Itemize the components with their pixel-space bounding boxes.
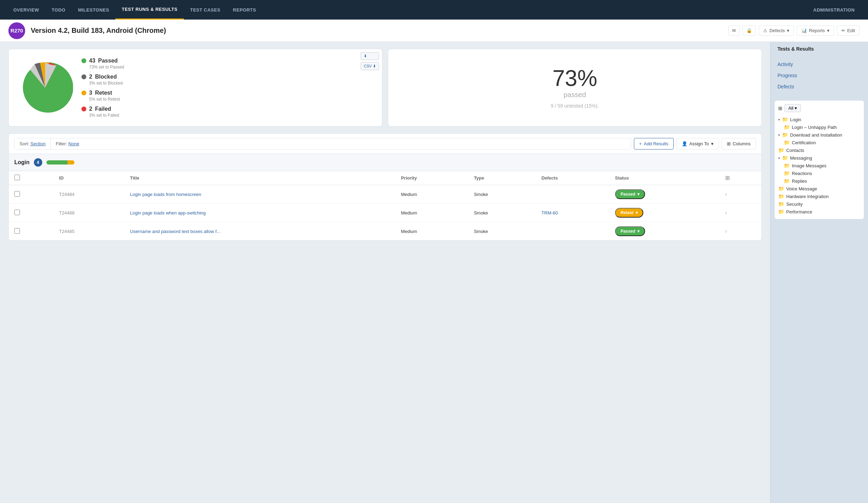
nav-reports[interactable]: REPORTS	[227, 0, 262, 20]
row-checkbox-cell	[9, 204, 53, 222]
row-expand[interactable]: ›	[719, 185, 761, 204]
col-type: Type	[468, 171, 536, 185]
tree-item-download[interactable]: ▾ 📁 Download and Installation	[778, 131, 860, 139]
tree-item-image-messages[interactable]: 📁 Image Messages	[778, 162, 860, 169]
tree-container: ▾ 📁 Login 📁 Login – Unhappy Path ▾ 📁 Dow…	[778, 116, 860, 216]
tree-item-performance[interactable]: 📁 Performance	[778, 208, 860, 216]
tree-item-replies[interactable]: 📁 Replies	[778, 177, 860, 185]
add-icon: +	[639, 141, 642, 146]
tree-item-label: Security	[786, 202, 803, 207]
status-badge[interactable]: Retest ▾	[615, 208, 643, 218]
tree-item-label: Login	[790, 117, 801, 122]
sidebar-nav-defects[interactable]: Defects	[771, 81, 868, 92]
sub-header-actions: ✉ 🔒 ⚠ Defects ▾ 📊 Reports ▾ ✏ Edit	[728, 25, 860, 36]
progress-yellow	[67, 160, 74, 165]
table-row: T24484 Login page loads from homescreen …	[9, 185, 761, 204]
row-type: Smoke	[468, 204, 536, 222]
row-defects	[536, 222, 609, 241]
tree-item-label: Login – Unhappy Path	[792, 125, 837, 130]
blocked-pct: 3% set to Blocked	[81, 81, 374, 86]
row-checkbox[interactable]	[14, 228, 20, 234]
percent-label: passed	[564, 91, 586, 99]
tree-item-login[interactable]: ▾ 📁 Login	[778, 116, 860, 123]
tree-item-voice-message[interactable]: 📁 Voice Message	[778, 185, 860, 192]
filter-value[interactable]: None	[68, 141, 79, 146]
sidebar-nav-progress[interactable]: Progress	[771, 70, 868, 81]
progress-green	[46, 160, 67, 165]
nav-administration[interactable]: ADMINISTRATION	[807, 0, 861, 20]
edit-icon: ✏	[841, 28, 845, 33]
defect-link[interactable]: TRM-60	[541, 210, 558, 216]
tree-item-hardware-integration[interactable]: 📁 Hardware Integration	[778, 192, 860, 200]
nav-milestones[interactable]: MILESTONES	[72, 0, 115, 20]
edit-button[interactable]: ✏ Edit	[837, 25, 860, 36]
section-count-badge: 4	[34, 158, 42, 167]
tree-filter-chevron-icon: ▾	[795, 105, 797, 111]
assign-to-button[interactable]: 👤 Assign To ▾	[677, 138, 719, 150]
row-checkbox[interactable]	[14, 191, 20, 197]
row-checkbox-cell	[9, 185, 53, 204]
folder-icon: 📁	[784, 124, 790, 130]
add-results-button[interactable]: + Add Results	[634, 138, 674, 150]
status-badge[interactable]: Passed ▾	[615, 226, 645, 236]
status-chevron-icon: ▾	[637, 192, 639, 197]
tree-item-label: Performance	[786, 209, 812, 214]
sidebar-nav-activity[interactable]: Activity	[771, 59, 868, 70]
download-button[interactable]: ⬇	[361, 52, 379, 60]
edit-label: Edit	[847, 28, 855, 33]
col-settings[interactable]: ⊞	[719, 171, 761, 185]
defects-label: Defects	[769, 28, 785, 33]
row-checkbox[interactable]	[14, 210, 20, 215]
select-all-checkbox[interactable]	[14, 175, 20, 180]
assign-chevron-icon: ▾	[711, 141, 714, 146]
nav-test-runs[interactable]: TEST RUNS & RESULTS	[115, 0, 184, 20]
content-area: 43 Passed 73% set to Passed 2 Blocked 3%…	[0, 42, 770, 503]
tree-item-reactions[interactable]: 📁 Reactions	[778, 169, 860, 177]
tree-item-contacts[interactable]: 📁 Contacts	[778, 146, 860, 154]
top-nav: OVERVIEW TODO MILESTONES TEST RUNS & RES…	[0, 0, 868, 20]
tree-item-label: Certification	[792, 140, 816, 145]
folder-icon: 📁	[778, 186, 784, 191]
retest-dot	[81, 90, 86, 95]
reports-chevron-icon: ▾	[827, 28, 830, 33]
pie-chart	[17, 60, 73, 116]
columns-button[interactable]: ⊞ Columns	[722, 138, 756, 150]
legend-retest: 3 Retest 5% set to Retest	[81, 90, 374, 102]
failed-dot	[81, 107, 86, 111]
row-title-link[interactable]: Login page loads from homescreen	[130, 192, 201, 197]
row-defects	[536, 185, 609, 204]
nav-test-cases[interactable]: TEST CASES	[184, 0, 227, 20]
nav-overview[interactable]: OVERVIEW	[7, 0, 45, 20]
sidebar-nav: Activity Progress Defects	[771, 53, 868, 98]
tree-filter-button[interactable]: All ▾	[784, 104, 801, 112]
tree-item-certification[interactable]: 📁 Certification	[778, 139, 860, 146]
row-title-link[interactable]: Username and password text boxes allow f…	[130, 229, 220, 234]
lock-button[interactable]: 🔒	[743, 25, 756, 36]
status-chevron-icon: ▾	[636, 210, 638, 215]
assign-icon: 👤	[682, 141, 687, 146]
columns-icon: ⊞	[727, 141, 731, 146]
nav-todo[interactable]: TODO	[45, 0, 72, 20]
tree-item-security[interactable]: 📁 Security	[778, 200, 860, 208]
row-title-link[interactable]: Login page loads when app-switching	[130, 210, 206, 216]
tree-item-login-unhappy[interactable]: 📁 Login – Unhappy Path	[778, 123, 860, 131]
defects-button[interactable]: ⚠ Defects ▾	[759, 25, 794, 36]
passed-count: 43	[89, 58, 95, 64]
row-defects: TRM-60	[536, 204, 609, 222]
passed-label: Passed	[98, 58, 118, 64]
sub-header: R270 Version 4.2, Build 183, Android (Ch…	[0, 20, 868, 42]
email-button[interactable]: ✉	[728, 25, 740, 36]
retest-pct: 5% set to Retest	[81, 97, 374, 102]
row-expand[interactable]: ›	[719, 204, 761, 222]
retest-count: 3	[89, 90, 92, 96]
reports-button[interactable]: 📊 Reports ▾	[797, 25, 834, 36]
status-badge[interactable]: Passed ▾	[615, 189, 645, 199]
failed-pct: 3% set to Failed	[81, 113, 374, 118]
lock-icon: 🔒	[746, 28, 752, 33]
tree-item-messaging[interactable]: ▾ 📁 Messaging	[778, 154, 860, 162]
sort-value[interactable]: Section	[30, 141, 45, 146]
row-expand[interactable]: ›	[719, 222, 761, 241]
csv-button[interactable]: CSV ⬇	[361, 62, 379, 70]
row-status: Passed ▾	[609, 222, 719, 241]
row-priority: Medium	[395, 204, 468, 222]
